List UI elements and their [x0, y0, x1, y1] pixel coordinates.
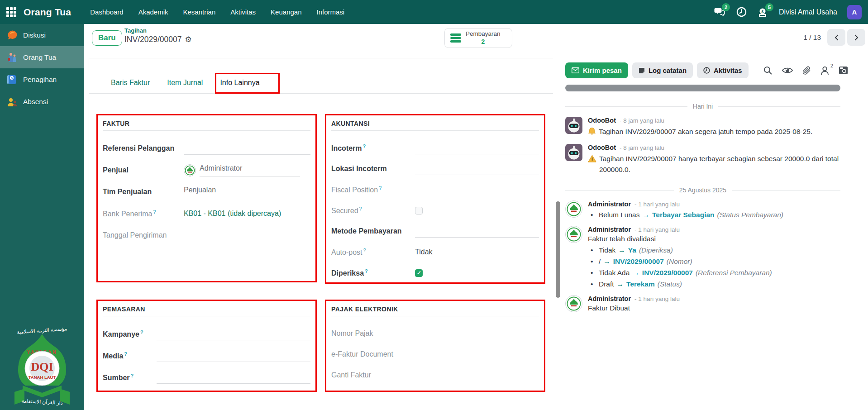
tab-info-lainnya[interactable]: Info Lainnya: [220, 79, 259, 87]
sidebar-item-absensi[interactable]: Absensi: [0, 91, 84, 113]
breadcrumb: Tagihan INV/2029/00007 ⚙: [124, 27, 192, 44]
tim-penjualan-input[interactable]: Penjualan: [184, 186, 310, 198]
tab-baris-faktur[interactable]: Baris Faktur: [111, 79, 150, 87]
field-sumber: Sumber?: [103, 367, 310, 388]
lokasi-incoterm-input[interactable]: [415, 163, 539, 175]
messages-icon[interactable]: 2: [714, 6, 725, 18]
message-author[interactable]: Administrator: [588, 200, 631, 208]
arrow-icon: →: [603, 257, 610, 265]
control-panel: Baru Tagihan INV/2029/00007 ⚙ Pembayaran…: [84, 24, 868, 58]
clock-icon: [703, 67, 710, 74]
send-message-button[interactable]: Kirim pesan: [565, 62, 628, 78]
message-author[interactable]: Administrator: [588, 226, 631, 233]
search-messages-icon[interactable]: [763, 66, 773, 75]
incoterm-input[interactable]: [415, 142, 539, 154]
salesperson-avatar: [184, 164, 196, 176]
section-faktur: FAKTUR Referensi Pelanggan Penjual Admin…: [96, 114, 317, 282]
top-navbar: Orang Tua Dashboard Akademik Kesantrian …: [0, 0, 868, 24]
svg-text:TANAH LAUT: TANAH LAUT: [29, 375, 56, 380]
gear-icon[interactable]: ⚙: [185, 35, 192, 44]
odoobot-avatar: [565, 144, 582, 161]
followers-count: 2: [830, 63, 833, 68]
message-author[interactable]: OdooBot: [588, 117, 616, 124]
chat-icon: [7, 30, 18, 41]
field-nomor-pajak: Nomor Pajak: [331, 323, 539, 344]
kampanye-input[interactable]: [157, 328, 310, 340]
field-auto-post: Auto-post? Tidak: [331, 242, 539, 262]
menu-akademik[interactable]: Akademik: [138, 8, 168, 16]
attachment-icon[interactable]: [802, 66, 811, 75]
company-name[interactable]: Divisi Amal Usaha: [779, 8, 837, 16]
status-badge-new[interactable]: Baru: [92, 30, 122, 46]
referensi-pelanggan-input[interactable]: [184, 143, 310, 155]
help-icon[interactable]: ?: [131, 373, 134, 378]
odoobot-avatar: [565, 117, 582, 134]
metode-pembayaran-input[interactable]: [415, 225, 539, 238]
sidebar-item-label: Penagihan: [23, 76, 57, 84]
menu-informasi[interactable]: Informasi: [317, 8, 345, 16]
date-divider-today: Hari Ini: [565, 103, 840, 110]
pager: 1 / 13: [803, 29, 865, 46]
field-referensi-pelanggan: Referensi Pelanggan: [103, 138, 310, 159]
chatter-scrollbar-horizontal[interactable]: [565, 85, 840, 91]
help-icon[interactable]: ?: [124, 351, 127, 357]
media-input[interactable]: [157, 350, 310, 362]
message-author[interactable]: Administrator: [588, 295, 631, 302]
form-scrollbar-thumb[interactable]: [556, 201, 560, 298]
snapshot-icon[interactable]: [839, 66, 848, 75]
svg-text:$: $: [11, 76, 13, 80]
section-title: AKUNTANSI: [331, 115, 539, 127]
svg-text:$: $: [762, 9, 764, 14]
message-author[interactable]: OdooBot: [588, 144, 616, 151]
pager-next-button[interactable]: [847, 29, 865, 46]
administrator-avatar: [565, 295, 582, 312]
payment-notification-icon[interactable]: $ 5: [757, 6, 769, 18]
message-time: - 1 hari yang lalu: [634, 296, 680, 302]
tracking-change: /→INV/2029/00007(Nomor): [588, 257, 772, 266]
user-avatar[interactable]: A: [847, 5, 862, 19]
field-fiscal-position: Fiscal Position?: [331, 179, 539, 200]
bank-penerima-link[interactable]: KB01 - KB01 (tidak dipercaya): [184, 210, 281, 218]
activities-button[interactable]: Aktivitas: [697, 62, 749, 78]
help-icon[interactable]: ?: [140, 329, 143, 335]
pager-prev-button[interactable]: [827, 29, 845, 46]
message-odoobot-2: OdooBot - 8 jam yang lalu Tagihan INV/20…: [565, 144, 848, 175]
menu-aktivitas[interactable]: Aktivitas: [230, 8, 256, 16]
stat-button-label: Pembayaran: [466, 30, 501, 38]
help-icon[interactable]: ?: [365, 268, 368, 274]
tab-item-jurnal[interactable]: Item Jurnal: [167, 79, 203, 87]
menu-keuangan[interactable]: Keuangan: [271, 8, 301, 16]
breadcrumb-model[interactable]: Tagihan: [124, 27, 192, 34]
activity-clock-icon[interactable]: [735, 6, 747, 18]
section-title: FAKTUR: [103, 115, 310, 127]
sumber-input[interactable]: [157, 372, 310, 384]
menu-kesantrian[interactable]: Kesantrian: [183, 8, 216, 16]
logo-arabic-top: مؤسسة التربية الاسلامية: [17, 326, 67, 335]
log-note-button[interactable]: Log catatan: [632, 62, 693, 78]
bell-icon: [588, 127, 596, 136]
field-incoterm: Incoterm?: [331, 138, 539, 158]
sidebar-item-orang-tua[interactable]: Orang Tua: [0, 46, 84, 68]
payments-stat-button[interactable]: Pembayaran 2: [444, 28, 512, 48]
follow-eye-icon[interactable]: [782, 67, 793, 74]
secured-checkbox[interactable]: [415, 207, 423, 215]
menu-dashboard[interactable]: Dashboard: [90, 8, 123, 16]
field-diperiksa: Diperiksa?: [331, 262, 539, 283]
help-icon[interactable]: ?: [153, 209, 156, 215]
message-admin-2: Administrator - 1 hari yang lalu Faktur …: [565, 226, 848, 288]
help-icon[interactable]: ?: [359, 206, 362, 211]
arrow-icon: →: [618, 246, 625, 254]
sidebar-item-label: Orang Tua: [23, 53, 56, 62]
followers-icon[interactable]: 2: [820, 66, 829, 75]
apps-grid-icon[interactable]: [6, 7, 16, 17]
arrow-icon: →: [617, 280, 624, 288]
sidebar-item-diskusi[interactable]: Diskusi: [0, 24, 84, 46]
administrator-avatar: [565, 200, 582, 218]
sidebar-item-penagihan[interactable]: $ Penagihan: [0, 68, 84, 91]
penjual-input[interactable]: Administrator: [200, 164, 300, 176]
diperiksa-checkbox[interactable]: [415, 269, 423, 277]
tracking-change: Tidak→Ya(Diperiksa): [588, 246, 772, 254]
help-icon[interactable]: ?: [363, 248, 366, 253]
help-icon[interactable]: ?: [379, 185, 382, 191]
help-icon[interactable]: ?: [363, 143, 366, 149]
